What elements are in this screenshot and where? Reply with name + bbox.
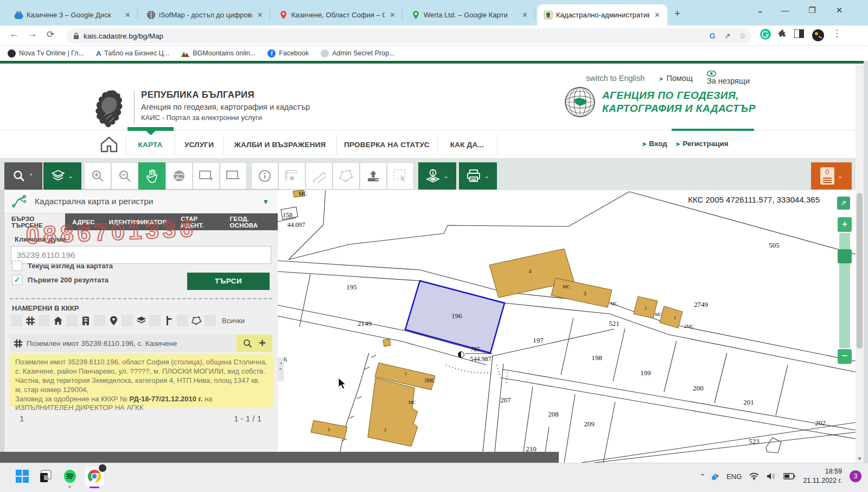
zoom-rect-out-button[interactable] [220,162,247,190]
nav-item-map[interactable]: КАРТА [126,131,175,159]
browser-menu-icon[interactable]: ⋮ [832,28,841,39]
browser-tab[interactable]: Werta Ltd. – Google Карти ✕ [405,4,535,26]
filter-checkbox[interactable] [177,315,188,326]
tab-close-icon[interactable]: ✕ [256,11,265,19]
filter-checkbox[interactable] [94,315,105,326]
building-icon[interactable] [80,316,91,326]
tab-close-icon[interactable]: ✕ [123,11,132,19]
zoom-to-result-icon[interactable] [243,339,252,348]
grammarly-icon[interactable] [760,28,771,40]
sync-tray-icon[interactable]: ⟳ [713,472,719,481]
info-tool-button[interactable] [251,162,278,190]
chevron-down-icon[interactable]: ▼ [262,198,269,206]
browser-tab[interactable]: Казичене, Област София – Goog ✕ [272,4,403,26]
measure-distance-button[interactable] [305,162,333,190]
window-minimize-button[interactable]: — [777,5,793,15]
bookmark-item[interactable]: Admin Secret Prop... [321,49,394,58]
browser-tab[interactable]: Казичене 3 – Google Диск ✕ [8,4,138,26]
search-submit-button[interactable]: ТЪРСИ [187,273,270,290]
page-scrollbar[interactable]: ▼ [856,64,864,463]
zoom-out-map-button[interactable]: − [838,349,852,364]
language-indicator[interactable]: ENG [726,472,742,481]
panel-collapse-handle[interactable]: ◂▸ [278,357,284,381]
tab-address[interactable]: АДРЕС [65,213,102,230]
back-icon[interactable]: ← [10,29,19,40]
measure-area-button[interactable] [278,162,305,190]
page-number[interactable]: 1 [20,414,24,423]
notification-badge[interactable]: 3 [850,470,861,482]
zone-polygon-icon[interactable] [191,316,202,326]
upload-button[interactable] [360,162,387,190]
pan-tool-button-active[interactable] [138,162,165,190]
wifi-icon[interactable] [749,472,759,480]
zoom-in-button[interactable] [84,162,111,190]
globe-extent-button[interactable] [165,162,193,190]
filter-checkbox[interactable] [122,315,133,326]
forward-icon[interactable]: → [28,29,37,40]
tab-quick-search[interactable]: БЪРЗО ТЪРСЕНЕ [4,213,65,230]
filter-checkbox[interactable] [149,315,161,326]
print-button[interactable]: ⌄ [459,162,497,190]
tray-expand-icon[interactable]: ⌃ [699,472,705,481]
tab-close-icon[interactable]: ✕ [653,11,662,19]
chrome-taskbar-icon[interactable] [85,466,104,486]
profile-avatar[interactable] [812,29,825,42]
new-tab-button[interactable]: + [674,8,680,20]
current-view-checkbox-row[interactable]: Текущ изглед на картата [12,261,113,271]
register-link[interactable]: ➤Регистрация [675,140,729,148]
zoom-rect-in-button[interactable] [193,162,220,190]
filter-checkbox[interactable] [11,315,22,326]
speaker-icon[interactable] [767,472,776,480]
checkbox-checked-icon[interactable]: ✓ [12,275,22,285]
filter-checkbox[interactable] [205,315,216,326]
first-200-checkbox-row[interactable]: ✓ Първите 200 резултата [12,275,108,285]
task-view-button[interactable] [38,468,54,484]
home-icon[interactable] [100,136,118,153]
nav-item-services[interactable]: УСЛУГИ [175,131,224,159]
scrollbar-thumb[interactable] [857,193,863,349]
layers-button[interactable]: ⌄ [43,162,81,190]
start-button[interactable] [14,468,30,484]
panel-header[interactable]: Кадастрална карта и регистри ▼ [4,190,278,213]
tab-geodetic-basis[interactable]: ГЕОД. ОСНОВА [223,213,278,230]
tab-close-icon[interactable]: ✕ [388,11,397,19]
window-close-button[interactable]: ✕ [831,5,847,15]
cart-documents-button[interactable]: 0 ⌄ [811,162,852,190]
taskbar-clock[interactable]: 18:59 21.11.2022 г. [803,467,842,485]
browser-menu-chevron-icon[interactable]: ⌄ [752,5,768,15]
bookmark-star-icon[interactable]: ☆ [739,31,746,40]
layers-small-icon[interactable] [136,316,146,326]
window-maximize-button[interactable]: ❐ [804,5,820,15]
browser-tab[interactable]: iSofMap - достъп до цифрови д ✕ [140,4,270,26]
tab-identifier[interactable]: ИДЕНТИФИКАТОР [102,213,174,230]
bookmark-item[interactable]: BGMountains onlin... [181,49,256,57]
google-g-icon[interactable]: G [710,31,716,40]
cadastral-map[interactable]: МС15844.09719519621491971981992002012022… [278,190,856,463]
identify-layers-button[interactable]: ⌄ [418,162,456,190]
battery-icon[interactable] [783,473,795,480]
zoom-slider-track[interactable] [839,233,850,348]
zoom-out-button[interactable] [111,162,138,190]
tab-old-ident[interactable]: СТАР ИДЕНТ. [174,213,222,230]
fullscreen-expand-button[interactable]: ⇗ [837,197,850,210]
bookmark-item[interactable]: f Facebook [267,49,309,58]
nav-item-status-check[interactable]: ПРОВЕРКА НА СТАТУС [336,131,437,159]
add-result-icon[interactable]: + [259,336,266,350]
browser-tab-active[interactable]: Кадастрално-административна ✕ [537,4,667,26]
login-link[interactable]: ➤Вход [642,140,667,148]
share-icon[interactable]: ↗ [724,31,731,40]
switch-to-english-link[interactable]: switch to English [586,74,644,83]
parcel-grid-icon[interactable] [25,316,36,326]
nav-item-complaints[interactable]: ЖАЛБИ И ВЪЗРАЖЕНИЯ [224,131,336,159]
extensions-puzzle-icon[interactable] [778,29,788,39]
result-row[interactable]: Поземлен имот 35239.6110.196, с. Казичен… [10,335,272,352]
zoom-slider-handle[interactable] [838,249,852,263]
tab-close-icon[interactable]: ✕ [520,11,529,19]
map-canvas[interactable]: МС15844.09719519621491971981992002012022… [278,190,856,463]
zoom-in-map-button[interactable]: + [838,217,852,232]
accessibility-link[interactable]: За незрящи [707,71,750,85]
address-bar[interactable]: kais.cadastre.bg/bg/Map G ↗ ☆ [67,28,751,43]
map-search-button[interactable]: ⌃ [4,162,42,190]
filter-checkbox[interactable] [39,315,50,326]
filter-all-label[interactable]: Всички [222,317,245,325]
